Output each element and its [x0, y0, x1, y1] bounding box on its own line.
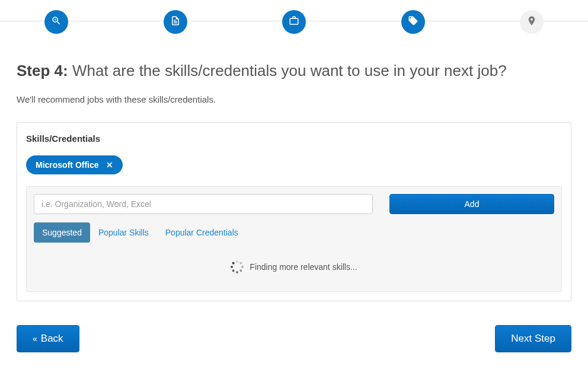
- step-question: What are the skills/credentials you want…: [72, 62, 507, 79]
- tab-suggested[interactable]: Suggested: [34, 222, 90, 243]
- step-prefix: Step 4:: [17, 62, 68, 79]
- next-label: Next Step: [511, 333, 555, 345]
- next-step-button[interactable]: Next Step: [495, 325, 571, 352]
- tab-popular-skills[interactable]: Popular Skills: [90, 222, 157, 243]
- tab-popular-credentials[interactable]: Popular Credentials: [157, 222, 247, 243]
- back-button[interactable]: « Back: [17, 325, 79, 352]
- tag-icon: [408, 15, 418, 28]
- suggestion-tabs: Suggested Popular Skills Popular Credent…: [34, 222, 554, 243]
- close-icon[interactable]: ✕: [106, 160, 113, 170]
- subheading: We'll recommend jobs with these skills/c…: [17, 94, 571, 104]
- chevron-left-icon: «: [33, 334, 37, 343]
- step-2-document[interactable]: [164, 10, 187, 34]
- back-label: Back: [41, 333, 63, 345]
- document-icon: [170, 15, 181, 28]
- step-3-briefcase[interactable]: [282, 10, 306, 34]
- input-panel: Add Suggested Popular Skills Popular Cre…: [26, 186, 562, 292]
- skill-pill-label: Microsoft Office: [36, 160, 99, 170]
- skill-input[interactable]: [34, 194, 373, 214]
- loading-text: Finding more relevant skills...: [250, 262, 357, 272]
- selected-skills: Microsoft Office ✕: [26, 155, 562, 174]
- add-button[interactable]: Add: [389, 194, 554, 214]
- step-5-location[interactable]: [520, 10, 544, 34]
- loading-row: Finding more relevant skills...: [34, 256, 554, 284]
- step-4-tag[interactable]: [401, 10, 425, 34]
- spinner-icon: [231, 260, 244, 273]
- magnifier-zoom-icon: [51, 15, 62, 28]
- page-title: Step 4: What are the skills/credentials …: [17, 62, 571, 80]
- briefcase-icon: [289, 15, 299, 28]
- card-title: Skills/Credentials: [26, 133, 562, 144]
- map-pin-icon: [526, 15, 537, 28]
- step-1-search[interactable]: [44, 10, 68, 34]
- skills-card: Skills/Credentials Microsoft Office ✕ Ad…: [17, 122, 571, 301]
- skill-pill[interactable]: Microsoft Office ✕: [26, 155, 123, 174]
